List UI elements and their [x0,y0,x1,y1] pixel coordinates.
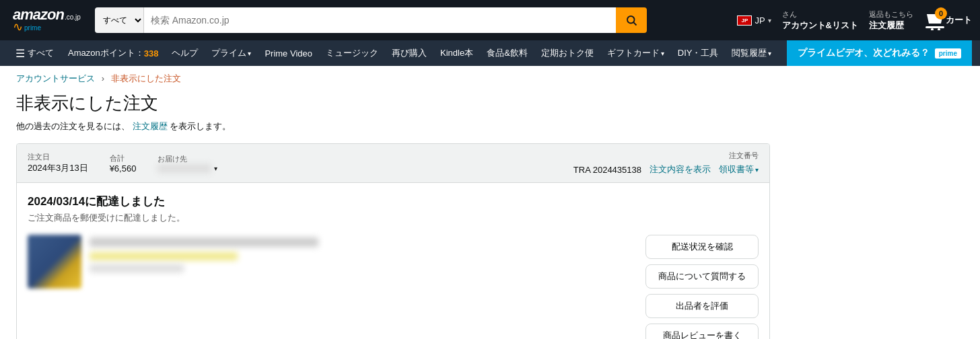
nav-all[interactable]: ☰ すべて [8,40,61,66]
product-image[interactable] [28,235,81,289]
order-number-value: TRA 2024435138 [573,165,641,175]
order-card-body: 2024/03/14に配達しました ご注文商品を郵便受けに配達しました。 配送状… [17,183,769,339]
product-title[interactable] [90,237,318,247]
svg-point-3 [931,28,934,30]
svg-line-1 [633,22,636,25]
product-subtitle [90,252,238,260]
order-date-value: 2024年3月13日 [28,162,88,174]
nav-music[interactable]: ミュージック [319,40,385,66]
search-category-dropdown[interactable]: すべて [95,7,144,33]
delivery-detail: ご注文商品を郵便受けに配達しました。 [28,212,759,224]
nav-rebuy[interactable]: 再び購入 [385,40,433,66]
nav-diy[interactable]: DIY・工具 [671,40,726,66]
page-title: 非表示にした注文 [16,91,964,115]
svg-rect-2 [925,26,944,28]
order-number-label: 注文番号 [729,151,759,161]
order-number-group: 注文番号 TRA 2024435138 注文内容を表示 領収書等 ▾ [573,151,759,176]
order-shipping-value: ▾ [158,164,217,173]
order-total-value: ¥6,560 [110,163,137,174]
nav-food[interactable]: 食品&飲料 [480,40,534,66]
receipt-dropdown[interactable]: 領収書等 ▾ [719,163,759,176]
header-right: JP JP ▾ さん アカウント&リスト 返品もこちら 注文履歴 0 カート [737,9,972,32]
page-subtitle: 他の過去の注文を見るには、 注文履歴 を表示します。 [16,120,964,133]
order-total-label: 合計 [110,153,137,163]
order-card: 注文日 2024年3月13日 合計 ¥6,560 お届け先 ▾ 注文番号 TRA… [16,143,770,339]
breadcrumb-separator: › [102,73,104,83]
product-section [28,235,635,339]
logo-prime: prime [24,24,41,32]
nav-teiki[interactable]: 定期おトク便 [534,40,600,66]
orders-link[interactable]: 返品もこちら 注文履歴 [869,9,913,32]
rate-seller-button[interactable]: 出品者を評価 [645,294,759,318]
header: amazon .co.jp ∿ prime すべて JP JP ▾ [0,0,980,40]
points-value: 338 [144,48,159,59]
breadcrumb-current: 非表示にした注文 [111,73,181,83]
main-content: 非表示にした注文 他の過去の注文を見るには、 注文履歴 を表示します。 注文日 … [0,91,980,339]
delivery-title: 2024/03/14に配達しました [28,194,759,209]
hamburger-icon: ☰ [15,47,25,60]
nav-help[interactable]: ヘルプ [165,40,205,66]
navbar: ☰ すべて Amazonポイント： 338 ヘルプ プライム ▾ Prime V… [0,40,980,66]
amazon-logo[interactable]: amazon .co.jp ∿ prime [8,3,85,38]
nav-prime[interactable]: プライム ▾ [205,40,258,66]
shipping-dropdown-icon: ▾ [214,165,217,172]
logo-jp: .co.jp [65,13,81,21]
order-content-row: 配送状況を確認 商品について質問する 出品者を評価 商品レビューを書く [28,235,759,339]
nav-points[interactable]: Amazonポイント： 338 [61,40,165,66]
prime-banner-badge: prime [935,48,961,59]
view-order-link[interactable]: 注文内容を表示 [650,163,711,176]
order-header-actions: TRA 2024435138 注文内容を表示 領収書等 ▾ [573,163,759,176]
prime-video-banner[interactable]: プライムビデオ、次どれみる？ prime [787,40,972,66]
ask-product-button[interactable]: 商品について質問する [645,264,759,289]
account-menu[interactable]: さん アカウント&リスト [782,9,858,32]
receipt-dropdown-icon: ▾ [755,166,759,174]
product-info [90,235,635,339]
svg-point-4 [938,28,940,30]
breadcrumb-parent[interactable]: アカウントサービス [16,73,95,83]
svg-point-0 [627,16,635,24]
order-date-label: 注文日 [28,152,88,162]
search-input[interactable] [144,7,616,33]
breadcrumb: アカウントサービス › 非表示にした注文 [0,66,980,91]
search-button[interactable] [616,7,647,33]
nav-prime-video[interactable]: Prime Video [258,40,319,66]
nav-gift[interactable]: ギフトカード ▾ [600,40,671,66]
order-history-link[interactable]: 注文履歴 [133,121,168,131]
check-delivery-button[interactable]: 配送状況を確認 [645,235,759,259]
cart-button[interactable]: 0 カート [924,9,972,32]
language-selector[interactable]: JP JP ▾ [737,15,771,26]
order-shipping-group: お届け先 ▾ [158,154,217,173]
action-buttons: 配送状況を確認 商品について質問する 出品者を評価 商品レビューを書く [645,235,759,339]
nav-history[interactable]: 閲覧履歴 ▾ [725,40,778,66]
write-review-button[interactable]: 商品レビューを書く [645,324,759,339]
cart-count: 0 [935,7,947,20]
order-total-group: 合計 ¥6,560 [110,153,137,174]
order-card-header: 注文日 2024年3月13日 合計 ¥6,560 お届け先 ▾ 注文番号 TRA… [17,144,769,183]
nav-kindle[interactable]: Kindle本 [433,40,480,66]
search-icon [625,14,637,26]
search-bar: すべて [95,7,647,33]
product-sub2 [90,264,184,272]
order-date-group: 注文日 2024年3月13日 [28,152,88,174]
order-shipping-label: お届け先 [158,154,217,164]
